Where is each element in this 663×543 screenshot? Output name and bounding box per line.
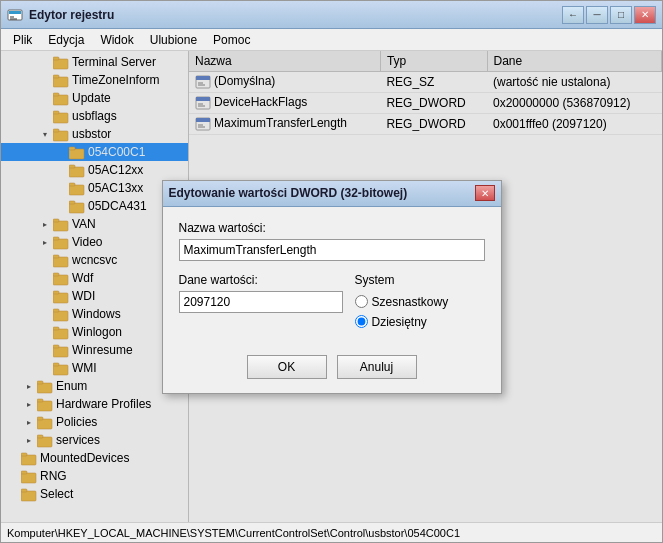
main-window: Edytor rejestru ← ─ □ ✕ Plik Edycja Wido…: [0, 0, 663, 543]
radio-dec[interactable]: [355, 315, 368, 328]
app-icon: [7, 7, 23, 23]
radio-hex[interactable]: [355, 295, 368, 308]
dialog-titlebar: Edytowanie wartości DWORD (32-bitowej) ✕: [163, 181, 501, 207]
titlebar: Edytor rejestru ← ─ □ ✕: [1, 1, 662, 29]
menu-plik[interactable]: Plik: [5, 31, 40, 49]
value-name-label: Nazwa wartości:: [179, 221, 485, 235]
menubar: Plik Edycja Widok Ulubione Pomoc: [1, 29, 662, 51]
cancel-button[interactable]: Anuluj: [337, 355, 417, 379]
dialog-close-button[interactable]: ✕: [475, 185, 495, 201]
dialog-title: Edytowanie wartości DWORD (32-bitowej): [169, 186, 475, 200]
value-name-input[interactable]: [179, 239, 485, 261]
menu-widok[interactable]: Widok: [92, 31, 141, 49]
window-title: Edytor rejestru: [29, 8, 562, 22]
value-data-label: Dane wartości:: [179, 273, 343, 287]
system-label: System: [355, 273, 485, 287]
dialog-row: Dane wartości: System Szesnastkowy: [179, 273, 485, 335]
system-col: System Szesnastkowy Dziesiętny: [355, 273, 485, 335]
window-controls: ← ─ □ ✕: [562, 6, 656, 24]
menu-ulubione[interactable]: Ulubione: [142, 31, 205, 49]
minimize-button[interactable]: ─: [586, 6, 608, 24]
radio-hex-option[interactable]: Szesnastkowy: [355, 295, 485, 309]
close-button[interactable]: ✕: [634, 6, 656, 24]
dword-dialog: Edytowanie wartości DWORD (32-bitowej) ✕…: [162, 180, 502, 394]
radio-dec-option[interactable]: Dziesiętny: [355, 315, 485, 329]
main-wrapper: Terminal Server TimeZoneInform Update us…: [1, 51, 662, 522]
radio-hex-label: Szesnastkowy: [372, 295, 449, 309]
ok-button[interactable]: OK: [247, 355, 327, 379]
radio-dec-label: Dziesiętny: [372, 315, 427, 329]
menu-pomoc[interactable]: Pomoc: [205, 31, 258, 49]
statusbar-text: Komputer\HKEY_LOCAL_MACHINE\SYSTEM\Curre…: [7, 527, 460, 539]
dialog-body: Nazwa wartości: Dane wartości: System Sz…: [163, 207, 501, 345]
back-button[interactable]: ←: [562, 6, 584, 24]
dialog-overlay: Edytowanie wartości DWORD (32-bitowej) ✕…: [1, 51, 662, 522]
value-data-col: Dane wartości:: [179, 273, 343, 335]
statusbar: Komputer\HKEY_LOCAL_MACHINE\SYSTEM\Curre…: [1, 522, 662, 542]
maximize-button[interactable]: □: [610, 6, 632, 24]
menu-edycja[interactable]: Edycja: [40, 31, 92, 49]
svg-rect-1: [9, 11, 21, 14]
value-data-input[interactable]: [179, 291, 343, 313]
dialog-buttons: OK Anuluj: [163, 345, 501, 393]
